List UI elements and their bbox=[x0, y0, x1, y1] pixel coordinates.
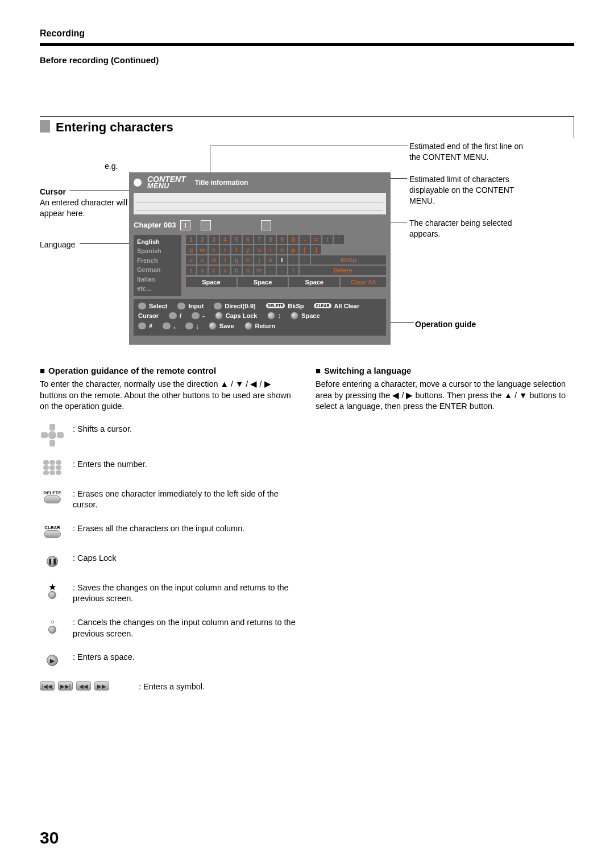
key: : bbox=[300, 255, 310, 264]
lang-item-etc: etc... bbox=[137, 284, 178, 294]
key: / bbox=[288, 266, 298, 275]
page-number: 30 bbox=[40, 828, 59, 848]
key: [ bbox=[300, 245, 310, 254]
stop-round-icon bbox=[267, 312, 275, 320]
content-menu-panel: CONTENT MENU Title information Chapter 0… bbox=[129, 172, 391, 345]
rewind-icon bbox=[138, 323, 146, 329]
key: 0 bbox=[288, 235, 298, 244]
language-column: English Spanish French German Italian et… bbox=[134, 235, 181, 296]
key: s bbox=[197, 255, 208, 264]
key: 8 bbox=[265, 235, 276, 244]
key: 9 bbox=[277, 235, 287, 244]
header-rule bbox=[40, 43, 574, 46]
section-title-row: Entering characters bbox=[40, 116, 574, 138]
guide-hash: # bbox=[138, 323, 152, 329]
key: 4 bbox=[220, 235, 230, 244]
key: . bbox=[277, 266, 287, 275]
keypad-icon bbox=[40, 459, 65, 476]
guide-all-clear: CLEARAll Clear bbox=[314, 303, 359, 309]
right-col-body: Before entering a character, move a curs… bbox=[316, 379, 574, 412]
selection-preview-2 bbox=[261, 220, 271, 230]
key: o bbox=[277, 245, 287, 254]
delete-pill-icon: DELETE bbox=[266, 303, 285, 308]
key: 7 bbox=[254, 235, 264, 244]
key: t bbox=[231, 245, 242, 254]
dpad-ring-icon bbox=[138, 303, 146, 309]
guide-caps: Caps Lock bbox=[215, 312, 258, 320]
label-limit: Estimated limit of characters displayabl… bbox=[409, 174, 523, 206]
label-selected: The character being selected appears. bbox=[409, 218, 523, 239]
clear-pill-icon: CLEAR bbox=[314, 303, 331, 308]
key: y bbox=[243, 245, 253, 254]
key: 3 bbox=[209, 235, 219, 244]
key-space: Space bbox=[289, 277, 339, 287]
circle-button-icon: ○ bbox=[40, 617, 65, 634]
lang-item-italian: Italian bbox=[137, 275, 178, 284]
key: ; bbox=[288, 255, 298, 264]
star-button-icon: ★ bbox=[40, 582, 65, 600]
label-end-line: Estimated end of the first line on the C… bbox=[409, 141, 523, 163]
guide-colon: : bbox=[267, 312, 280, 320]
label-cursor-body: An entered character will appear here. bbox=[40, 197, 128, 219]
key: w bbox=[197, 245, 208, 254]
guide-dash: - bbox=[192, 312, 205, 319]
desc-cancel: : Cancels the changes on the input colum… bbox=[73, 617, 298, 639]
pause-button-icon: ❚❚ bbox=[40, 553, 65, 570]
guide-bksp: DELETEBkSp bbox=[266, 303, 304, 309]
key: 6 bbox=[243, 235, 253, 244]
key-space: Space bbox=[186, 277, 237, 287]
content-menu-label: CONTENT MENU bbox=[147, 176, 186, 189]
pause-round-icon bbox=[215, 312, 223, 320]
desc-symbol: : Enters a symbol. bbox=[139, 681, 298, 693]
key: v bbox=[220, 266, 230, 275]
key: 1 bbox=[186, 235, 196, 244]
label-cursor-title: Cursor bbox=[40, 187, 128, 197]
key: g bbox=[231, 255, 242, 264]
key-selected: l bbox=[277, 255, 287, 264]
left-column: Operation guidance of the remote control… bbox=[40, 366, 298, 705]
right-column: Switching a language Before entering a c… bbox=[316, 366, 574, 705]
key: z bbox=[186, 266, 196, 275]
key: ] bbox=[311, 245, 321, 254]
desc-number: : Enters the number. bbox=[73, 459, 298, 470]
section-block-icon bbox=[40, 120, 50, 133]
delete-button-icon: DELETE bbox=[40, 489, 65, 506]
rewind-icon: ◀◀ bbox=[76, 681, 91, 691]
skip-next-icon bbox=[192, 312, 200, 319]
key-clear-all: Clear All bbox=[341, 277, 386, 287]
key: a bbox=[186, 255, 196, 264]
chapter-label: Chapter 003 bbox=[134, 221, 176, 229]
guide-space: Space bbox=[291, 312, 320, 320]
step-fwd-icon bbox=[185, 323, 193, 329]
step-back-icon bbox=[163, 323, 171, 329]
virtual-keyboard: 1 2 3 4 5 6 7 8 9 0 - = \ ' bbox=[186, 235, 386, 296]
key: b bbox=[231, 266, 242, 275]
key: h bbox=[243, 255, 253, 264]
key: e bbox=[209, 245, 219, 254]
left-col-intro: To enter the character, normally use the… bbox=[40, 379, 298, 412]
guide-semi: ; bbox=[185, 323, 198, 329]
desc-save: : Saves the changes on the input column … bbox=[73, 582, 298, 605]
key: k bbox=[265, 255, 276, 264]
key: 5 bbox=[231, 235, 242, 244]
key: d bbox=[209, 255, 219, 264]
key-bksp: BkSp bbox=[311, 255, 386, 264]
key: ' bbox=[334, 235, 344, 244]
cursor-highlight-box: l bbox=[180, 220, 190, 230]
key: u bbox=[254, 245, 264, 254]
key-delete: Delete bbox=[300, 266, 386, 275]
key: i bbox=[265, 245, 276, 254]
key: c bbox=[209, 266, 219, 275]
key: 2 bbox=[197, 235, 208, 244]
key: p bbox=[288, 245, 298, 254]
key-space: Space bbox=[238, 277, 288, 287]
desc-clear: : Erases all the characters on the input… bbox=[73, 523, 298, 535]
right-col-title: Switching a language bbox=[316, 366, 574, 375]
desc-space: : Enters a space. bbox=[73, 652, 298, 663]
circle-round-icon bbox=[244, 322, 252, 330]
selection-preview-1 bbox=[201, 220, 211, 230]
label-language: Language bbox=[40, 239, 75, 250]
input-preview-area bbox=[134, 193, 386, 214]
header-section: Recording bbox=[40, 28, 574, 39]
key: - bbox=[300, 235, 310, 244]
